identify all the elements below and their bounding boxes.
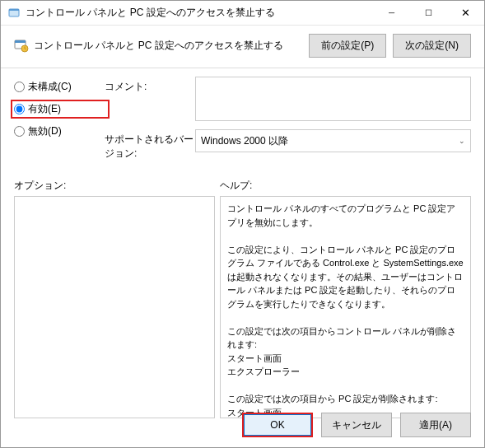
supported-on-box[interactable]: Windows 2000 以降 ⌄	[195, 129, 471, 152]
radio-disabled[interactable]: 無効(D)	[14, 124, 105, 138]
radio-enabled-input[interactable]	[14, 104, 25, 114]
policy-title: コントロール パネルと PC 設定へのアクセスを禁止する	[34, 39, 302, 53]
comment-label: コメント:	[105, 77, 195, 121]
ok-highlight: OK	[242, 413, 313, 437]
cancel-button[interactable]: キャンセル	[321, 413, 392, 437]
svg-rect-3	[15, 40, 26, 43]
options-label: オプション:	[14, 179, 220, 193]
prev-setting-button[interactable]: 前の設定(P)	[309, 34, 386, 58]
radio-enabled-label: 有効(E)	[28, 102, 61, 116]
radio-not-configured-label: 未構成(C)	[28, 80, 72, 94]
header-row: コントロール パネルと PC 設定へのアクセスを禁止する 前の設定(P) 次の設…	[1, 26, 484, 68]
radio-disabled-label: 無効(D)	[28, 124, 62, 138]
radio-not-configured[interactable]: 未構成(C)	[14, 80, 105, 94]
radio-not-configured-input[interactable]	[14, 82, 25, 92]
window-title: コントロール パネルと PC 設定へのアクセスを禁止する	[26, 6, 373, 20]
next-setting-button[interactable]: 次の設定(N)	[393, 34, 471, 58]
window-controls: ─ ☐ ✕	[373, 1, 484, 25]
close-button[interactable]: ✕	[447, 1, 484, 25]
section-labels: オプション: ヘルプ:	[1, 169, 484, 196]
supported-label: サポートされるバージョン:	[105, 129, 195, 161]
fields-column: コメント: サポートされるバージョン: Windows 2000 以降 ⌄	[105, 77, 471, 169]
radio-enabled[interactable]: 有効(E)	[11, 100, 110, 119]
comment-textarea[interactable]	[195, 77, 471, 121]
supported-on-value: Windows 2000 以降	[201, 134, 288, 148]
supported-row: サポートされるバージョン: Windows 2000 以降 ⌄	[105, 129, 471, 161]
chevron-down-icon: ⌄	[459, 137, 465, 145]
panels-row: コントロール パネルのすべてのプログラムと PC 設定アプリを無効にします。 こ…	[1, 196, 484, 404]
policy-icon	[14, 39, 29, 54]
ok-button[interactable]: OK	[244, 414, 311, 436]
maximize-button[interactable]: ☐	[410, 1, 447, 25]
state-radios: 未構成(C) 有効(E) 無効(D)	[14, 77, 105, 169]
titlebar: コントロール パネルと PC 設定へのアクセスを禁止する ─ ☐ ✕	[1, 1, 484, 26]
help-panel[interactable]: コントロール パネルのすべてのプログラムと PC 設定アプリを無効にします。 こ…	[220, 196, 471, 418]
comment-row: コメント:	[105, 77, 471, 121]
config-area: 未構成(C) 有効(E) 無効(D) コメント: サポートされるバージョン: W…	[1, 68, 484, 169]
button-bar: OK キャンセル 適用(A)	[1, 404, 484, 447]
options-panel	[14, 196, 215, 418]
app-icon	[7, 7, 21, 20]
minimize-button[interactable]: ─	[373, 1, 410, 25]
radio-disabled-input[interactable]	[14, 126, 25, 137]
svg-rect-1	[9, 9, 19, 11]
dialog-window: コントロール パネルと PC 設定へのアクセスを禁止する ─ ☐ ✕ コントロー…	[0, 0, 485, 448]
help-label: ヘルプ:	[220, 179, 471, 193]
apply-button[interactable]: 適用(A)	[400, 413, 471, 437]
